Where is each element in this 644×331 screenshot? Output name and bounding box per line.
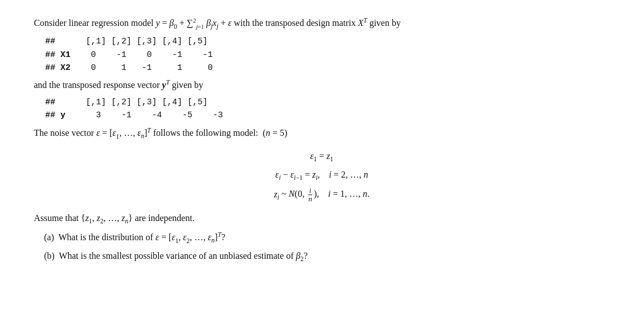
noise-eq1-row: ε1 = z1 [310,149,333,165]
noise-intro: The noise vector ε = [ε1, …, εn]T follow… [34,126,610,142]
noise-eq3-text: zi ~ N(0, in), i = 1, …, n. [274,187,369,204]
noise-eq1-text: ε1 = z1 [310,149,333,165]
part-b-question: (b) What is the smallest possible varian… [44,249,610,264]
noise-eq2-row: εi − εi−1 = zi, i = 2, …, n [275,168,368,183]
design-matrix-code: ## [,1] [,2] [,3] [,4] [,5] ## X1 0 -1 0… [45,35,610,74]
design-matrix-header: ## [,1] [,2] [,3] [,4] [,5] [45,35,610,48]
response-vector-code: ## [,1] [,2] [,3] [,4] [,5] ## y 3 -1 -4… [45,96,610,122]
intro-paragraph: Consider linear regression model y = β0 … [34,16,610,32]
noise-eq3-row: zi ~ N(0, in), i = 1, …, n. [274,187,369,204]
response-intro: and the transposed response vector yT gi… [34,78,610,92]
design-matrix-x2: ## X2 0 1 -1 1 0 [45,61,610,74]
response-y: ## y 3 -1 -4 -5 -3 [45,109,610,122]
design-matrix-x1: ## X1 0 -1 0 -1 -1 [45,48,610,61]
fraction-i-over-n: in [307,187,313,204]
noise-equations-block: ε1 = z1 εi − εi−1 = zi, i = 2, …, n zi ~… [34,149,610,204]
response-header: ## [,1] [,2] [,3] [,4] [,5] [45,96,610,109]
part-a-question: (a) What is the distribution of ε = [ε1,… [44,230,610,246]
main-content: Consider linear regression model y = β0 … [34,16,610,264]
noise-eq2-text: εi − εi−1 = zi, i = 2, …, n [275,168,368,183]
independence-note: Assume that {z1, z2, …, zn} are independ… [34,211,610,227]
